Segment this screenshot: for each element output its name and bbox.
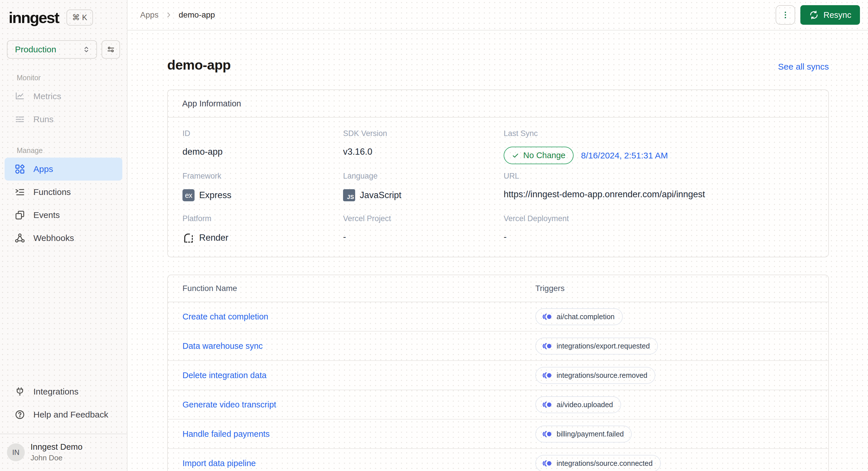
table-row: Create chat completion ai/chat.completio… <box>168 302 828 332</box>
field-sdk-version: SDK Version v3.16.0 <box>343 129 504 172</box>
sliders-icon <box>106 44 116 54</box>
breadcrumb: Apps demo-app <box>140 10 215 20</box>
sidebar: inngest ⌘ K Production Monitor <box>0 0 127 471</box>
see-all-syncs-link[interactable]: See all syncs <box>778 62 829 72</box>
user-org: Inngest Demo <box>31 442 83 452</box>
functions-icon <box>14 187 25 198</box>
trigger-label: integrations/export.requested <box>557 342 650 350</box>
field-label: Vercel Deployment <box>504 214 814 223</box>
sidebar-item-runs[interactable]: Runs <box>5 108 122 131</box>
field-label: ID <box>183 129 343 138</box>
sidebar-nav: Monitor Metrics Runs Manage <box>0 59 127 249</box>
field-value: Express <box>199 190 231 200</box>
trigger-label: integrations/source.removed <box>557 371 647 379</box>
render-icon <box>183 232 194 244</box>
sync-icon <box>809 10 819 20</box>
breadcrumb-apps[interactable]: Apps <box>140 10 159 20</box>
function-link[interactable]: Create chat completion <box>183 312 535 322</box>
javascript-icon: JS <box>343 189 355 201</box>
function-link[interactable]: Delete integration data <box>183 371 535 380</box>
section-label-monitor: Monitor <box>0 74 127 85</box>
breadcrumb-current: demo-app <box>179 10 215 20</box>
table-row: Generate video transcript ai/video.uploa… <box>168 390 828 419</box>
last-sync-timestamp-link[interactable]: 8/16/2024, 2:51:31 AM <box>581 151 668 161</box>
sidebar-item-label: Webhooks <box>33 233 74 243</box>
field-label: Language <box>343 172 504 180</box>
environment-filter-button[interactable] <box>102 40 120 59</box>
more-actions-button[interactable] <box>776 5 795 25</box>
sidebar-item-label: Functions <box>33 187 71 197</box>
sidebar-item-label: Help and Feedback <box>33 410 108 419</box>
sidebar-item-functions[interactable]: Functions <box>5 180 122 204</box>
logo-row: inngest ⌘ K <box>0 0 127 27</box>
event-trigger-icon <box>542 401 552 408</box>
sidebar-item-integrations[interactable]: Integrations <box>5 380 122 403</box>
field-language: Language JS JavaScript <box>343 172 504 214</box>
field-label: Platform <box>183 214 343 223</box>
environment-select[interactable]: Production <box>7 40 97 59</box>
app-information-card: App Information ID demo-app SDK Version … <box>167 90 829 257</box>
sidebar-item-label: Runs <box>33 114 54 124</box>
trigger-badge: integrations/source.removed <box>535 367 655 384</box>
field-vercel-deployment: Vercel Deployment - <box>504 214 814 257</box>
resync-button[interactable]: Resync <box>800 5 860 25</box>
event-trigger-icon <box>542 431 552 438</box>
resync-label: Resync <box>824 10 851 20</box>
trigger-label: ai/video.uploaded <box>557 401 613 409</box>
sidebar-footer: Integrations Help and Feedback IN Innges… <box>0 380 127 471</box>
command-k-shortcut[interactable]: ⌘ K <box>66 9 93 26</box>
sidebar-item-label: Events <box>33 210 60 220</box>
sidebar-item-events[interactable]: Events <box>5 204 122 227</box>
field-value: v3.16.0 <box>343 147 504 157</box>
field-label: URL <box>504 172 814 180</box>
function-link[interactable]: Import data pipeline <box>183 459 535 468</box>
sidebar-item-metrics[interactable]: Metrics <box>5 85 122 108</box>
field-value: JavaScript <box>360 190 401 200</box>
sidebar-item-webhooks[interactable]: Webhooks <box>5 227 122 249</box>
runs-icon <box>14 114 25 125</box>
environment-value: Production <box>15 44 56 54</box>
sidebar-item-help[interactable]: Help and Feedback <box>5 403 122 426</box>
sidebar-item-apps[interactable]: Apps <box>5 158 122 180</box>
event-trigger-icon <box>542 460 552 467</box>
field-last-sync: Last Sync No Change 8/16/2024, 2:51:31 A… <box>504 129 814 172</box>
page-title: demo-app <box>167 57 231 73</box>
field-label: SDK Version <box>343 129 504 138</box>
event-trigger-icon <box>542 372 552 379</box>
main-area: Apps demo-app <box>127 0 868 471</box>
kebab-icon <box>780 10 790 20</box>
field-label: Vercel Project <box>343 214 504 223</box>
field-value: - <box>343 232 504 242</box>
field-label: Framework <box>183 172 343 180</box>
help-icon <box>14 409 25 420</box>
webhooks-icon <box>14 233 25 243</box>
table-row: Data warehouse sync integrations/export.… <box>168 332 828 361</box>
function-link[interactable]: Generate video transcript <box>183 400 535 409</box>
apps-grid-icon <box>14 164 25 174</box>
table-row: Delete integration data integrations/sou… <box>168 361 828 390</box>
chevron-right-icon <box>165 11 173 19</box>
trigger-badge: ai/video.uploaded <box>535 396 621 413</box>
check-icon <box>512 152 519 159</box>
trigger-badge: integrations/export.requested <box>535 338 658 355</box>
user-menu[interactable]: IN Inngest Demo John Doe <box>0 434 127 471</box>
chevron-sort-icon <box>82 45 91 54</box>
trigger-label: integrations/source.connected <box>557 459 653 468</box>
field-value: Render <box>199 233 228 243</box>
functions-table: Function Name Triggers Create chat compl… <box>167 275 829 471</box>
field-url: URL https://inngest-demo-app.onrender.co… <box>504 172 814 214</box>
field-value: - <box>504 232 814 242</box>
user-name: John Doe <box>31 453 83 462</box>
field-label: Last Sync <box>504 129 814 138</box>
column-header-function-name: Function Name <box>183 284 535 293</box>
event-trigger-icon <box>542 342 552 350</box>
card-title: App Information <box>182 99 241 108</box>
events-icon <box>14 210 25 221</box>
field-framework: Framework ex Express <box>183 172 343 214</box>
field-platform: Platform Render <box>183 214 343 257</box>
function-link[interactable]: Data warehouse sync <box>183 341 535 351</box>
topbar: Apps demo-app <box>127 0 868 31</box>
trigger-badge: integrations/source.connected <box>535 455 661 471</box>
function-link[interactable]: Handle failed payments <box>183 429 535 439</box>
trigger-badge: ai/chat.completion <box>535 308 623 325</box>
